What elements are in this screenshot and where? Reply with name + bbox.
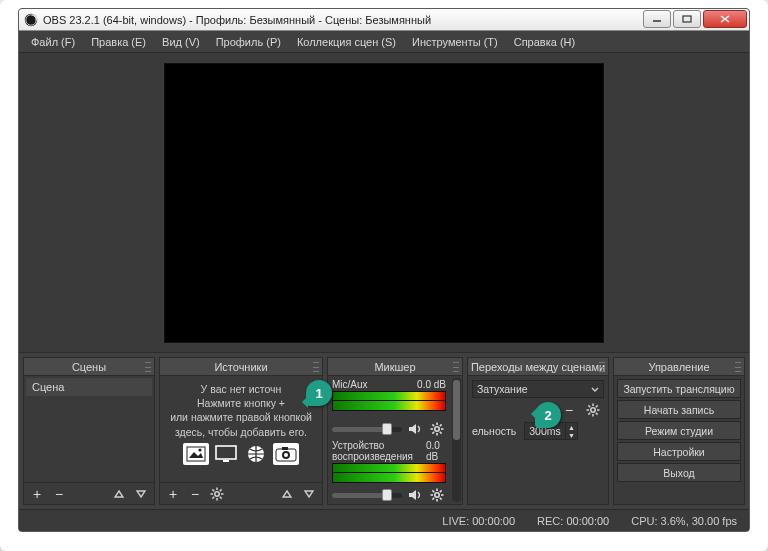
svg-line-32 — [432, 432, 434, 434]
annotation-callout-2: 2 — [535, 402, 561, 428]
svg-rect-12 — [282, 447, 288, 450]
sources-dock: Источники У вас нет источн Нажмите кнопк… — [159, 357, 323, 505]
speaker-icon[interactable] — [406, 421, 424, 437]
source-add-button[interactable]: + — [164, 486, 182, 502]
svg-line-41 — [432, 498, 434, 500]
svg-rect-9 — [223, 460, 229, 462]
image-source-icon — [183, 443, 209, 465]
svg-point-7 — [198, 448, 201, 451]
spin-up-icon[interactable]: ▲ — [565, 423, 577, 431]
menu-profile[interactable]: Профиль (P) — [208, 34, 289, 50]
volume-slider[interactable] — [332, 427, 402, 432]
menu-file[interactable]: Файл (F) — [23, 34, 83, 50]
svg-line-50 — [588, 413, 590, 415]
transition-select[interactable]: Затухание — [472, 380, 604, 398]
mixer-channel-level: 0.0 dB — [417, 379, 446, 390]
gear-icon[interactable] — [428, 487, 446, 503]
source-up-button[interactable] — [278, 486, 296, 502]
volume-meter — [332, 473, 446, 483]
mixer-channel: Устройство воспроизведения0.0 dB — [330, 439, 448, 504]
svg-line-21 — [220, 496, 222, 498]
source-down-button[interactable] — [300, 486, 318, 502]
mixer-scrollbar[interactable] — [452, 378, 461, 502]
svg-line-30 — [440, 432, 442, 434]
close-button[interactable] — [703, 10, 747, 28]
source-remove-button[interactable]: − — [186, 486, 204, 502]
duration-label: ельность — [472, 425, 522, 437]
menubar: Файл (F) Правка (E) Вид (V) Профиль (P) … — [19, 31, 749, 53]
svg-line-38 — [432, 490, 434, 492]
svg-line-48 — [596, 413, 598, 415]
svg-point-33 — [435, 493, 439, 497]
status-live: LIVE: 00:00:00 — [442, 515, 515, 527]
svg-rect-3 — [683, 16, 691, 22]
controls-dock: Управление Запустить трансляцию Начать з… — [613, 357, 745, 505]
svg-rect-8 — [216, 446, 236, 459]
transitions-dock: Переходы между сценами Затухание + − ель… — [467, 357, 609, 505]
display-source-icon — [213, 443, 239, 465]
svg-line-49 — [596, 405, 598, 407]
scene-up-button[interactable] — [110, 486, 128, 502]
start-streaming-button[interactable]: Запустить трансляцию — [617, 379, 741, 398]
app-window: OBS 23.2.1 (64-bit, windows) - Профиль: … — [18, 8, 750, 532]
mixer-title: Микшер — [374, 361, 415, 373]
scenes-dock: Сцены Сцена + − — [23, 357, 155, 505]
obs-app-icon — [24, 13, 38, 27]
chevron-down-icon — [591, 383, 599, 395]
titlebar: OBS 23.2.1 (64-bit, windows) - Профиль: … — [19, 9, 749, 31]
mixer-channel-name: Mic/Aux — [332, 379, 368, 390]
spin-down-icon[interactable]: ▼ — [565, 431, 577, 439]
scenes-title: Сцены — [72, 361, 106, 373]
svg-point-24 — [435, 427, 439, 431]
menu-tools[interactable]: Инструменты (T) — [404, 34, 506, 50]
sources-title: Источники — [214, 361, 267, 373]
svg-point-15 — [215, 491, 219, 495]
svg-point-42 — [591, 408, 595, 412]
minimize-button[interactable] — [643, 10, 671, 28]
scene-item[interactable]: Сцена — [26, 378, 152, 396]
svg-point-14 — [284, 453, 288, 457]
speaker-icon[interactable] — [406, 487, 424, 503]
volume-slider[interactable] — [332, 493, 402, 498]
svg-line-22 — [220, 489, 222, 491]
status-bar: LIVE: 00:00:00 REC: 00:00:00 CPU: 3.6%, … — [19, 509, 749, 531]
mixer-channel: Mic/Aux0.0 dB -60-55-50-45-40-35-30-25-2… — [330, 378, 448, 439]
window-title: OBS 23.2.1 (64-bit, windows) - Профиль: … — [43, 14, 643, 26]
svg-line-31 — [440, 424, 442, 426]
volume-meter: -60-55-50-45-40-35-30-25-20-15-10-50 — [332, 401, 446, 411]
studio-mode-button[interactable]: Режим студии — [617, 421, 741, 440]
menu-edit[interactable]: Правка (E) — [83, 34, 154, 50]
status-cpu: CPU: 3.6%, 30.00 fps — [631, 515, 737, 527]
svg-line-29 — [432, 424, 434, 426]
annotation-callout-1: 1 — [306, 380, 332, 406]
menu-scene-collection[interactable]: Коллекция сцен (S) — [289, 34, 404, 50]
preview-canvas[interactable] — [164, 63, 604, 343]
transition-remove-button[interactable]: − — [560, 402, 578, 418]
menu-view[interactable]: Вид (V) — [154, 34, 208, 50]
scene-add-button[interactable]: + — [28, 486, 46, 502]
svg-line-47 — [588, 405, 590, 407]
svg-line-39 — [440, 498, 442, 500]
transitions-title: Переходы между сценами — [471, 361, 605, 373]
scene-remove-button[interactable]: − — [50, 486, 68, 502]
preview-area — [19, 53, 749, 353]
globe-source-icon — [243, 443, 269, 465]
volume-meter — [332, 391, 446, 401]
gear-icon[interactable] — [428, 421, 446, 437]
exit-button[interactable]: Выход — [617, 463, 741, 482]
transition-settings-button[interactable] — [584, 402, 602, 418]
start-recording-button[interactable]: Начать запись — [617, 400, 741, 419]
volume-meter — [332, 463, 446, 473]
settings-button[interactable]: Настройки — [617, 442, 741, 461]
sources-empty-text: У вас нет источн Нажмите кнопку + или на… — [162, 378, 320, 471]
mixer-channel-name: Устройство воспроизведения — [332, 440, 426, 462]
source-settings-button[interactable] — [208, 486, 226, 502]
maximize-button[interactable] — [673, 10, 701, 28]
status-rec: REC: 00:00:00 — [537, 515, 609, 527]
svg-line-20 — [212, 489, 214, 491]
svg-line-23 — [212, 496, 214, 498]
scene-down-button[interactable] — [132, 486, 150, 502]
svg-line-40 — [440, 490, 442, 492]
menu-help[interactable]: Справка (H) — [506, 34, 583, 50]
mixer-dock: Микшер Mic/Aux0.0 dB -60-55-50-45-40-35-… — [327, 357, 463, 505]
